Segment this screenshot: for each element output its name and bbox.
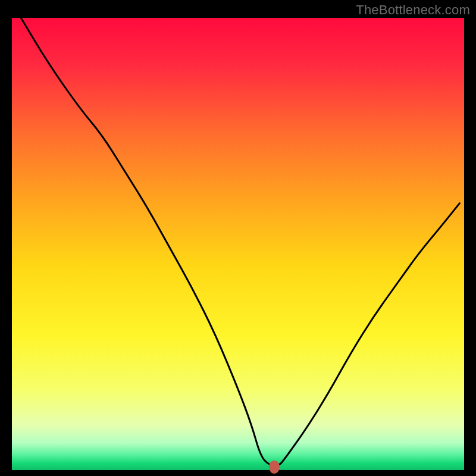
plot-area (12, 18, 464, 470)
optimal-point-marker (269, 461, 280, 474)
attribution-text: TheBottleneck.com (356, 2, 470, 18)
bottleneck-curve (12, 18, 464, 470)
chart-frame: TheBottleneck.com (0, 0, 476, 476)
